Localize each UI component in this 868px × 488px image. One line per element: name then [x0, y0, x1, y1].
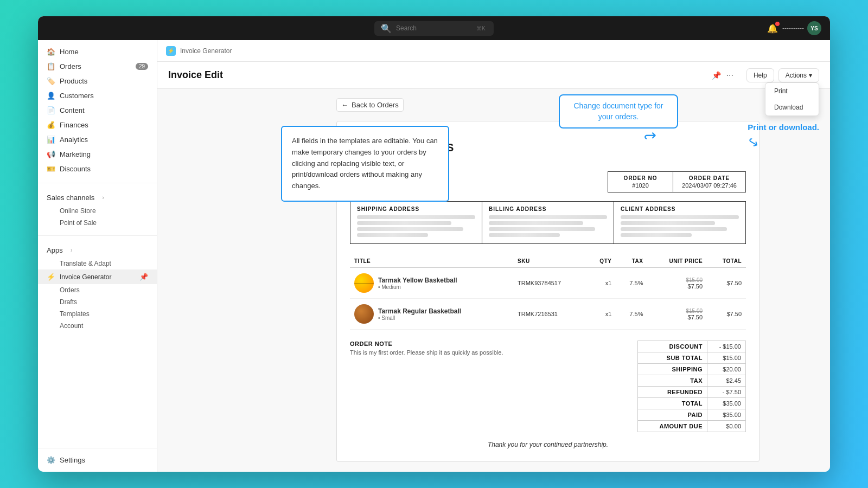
- item-2-variant: • Small: [378, 315, 461, 321]
- totals-paid-row: PAID $35.00: [637, 409, 746, 421]
- bottom-section: ORDER NOTE This is my first order. Pleas…: [350, 341, 746, 432]
- totals-table: DISCOUNT - $15.00 SUB TOTAL $15.00 SHIPP…: [637, 341, 746, 432]
- sidebar-item-invoice-generator[interactable]: ⚡ Invoice Generator 📌: [38, 269, 157, 284]
- totals-tax-row: TAX $2.45: [637, 375, 746, 387]
- templates-select[interactable]: Invoice: [629, 100, 662, 110]
- sidebar-item-settings[interactable]: ⚙️ Settings: [38, 453, 157, 467]
- sidebar-item-home[interactable]: 🏠 Home: [38, 44, 157, 59]
- search-bar[interactable]: 🔍 ⌘K: [374, 21, 494, 36]
- content-area: ⚡ Invoice Generator Invoice Edit 📌 ··· H…: [157, 40, 830, 472]
- dropdown-download[interactable]: Download: [765, 99, 819, 115]
- sidebar-label-products: Products: [60, 77, 87, 85]
- item-2-name: Tarmak Regular Basketball: [378, 307, 461, 315]
- col-unit-price: UNIT PRICE: [647, 255, 707, 268]
- invoice-generator-pin-icon[interactable]: 📌: [139, 273, 148, 281]
- order-date-box: ORDER DATE 2024/03/07 09:27:46: [673, 171, 746, 192]
- client-line-3: [621, 227, 727, 231]
- sidebar-item-online-store[interactable]: Online Store: [38, 205, 157, 217]
- invoice-toolbar: ← Back to Orders Templates: Invoice: [336, 98, 819, 112]
- totals-tax-value: $2.45: [707, 375, 745, 386]
- sidebar-item-discounts[interactable]: 🎫 Discounts: [38, 162, 157, 176]
- col-sku: SKU: [513, 255, 587, 268]
- actions-chevron-icon: ▾: [809, 72, 812, 79]
- breadcrumb: ⚡ Invoice Generator: [157, 40, 830, 62]
- breadcrumb-plugin-icon: ⚡: [166, 46, 176, 56]
- sidebar-footer: ⚙️ Settings: [38, 448, 157, 472]
- billing-address-label: BILLING ADDRESS: [489, 206, 607, 212]
- totals-total-label: TOTAL: [638, 398, 707, 409]
- sidebar-sales-channels-title[interactable]: Sales channels ›: [38, 190, 157, 205]
- finances-icon: 💰: [47, 121, 55, 129]
- totals-shipping-row: SHIPPING $20.00: [637, 364, 746, 375]
- header-icons: 📌 ···: [712, 70, 733, 80]
- sidebar-label-orders: Orders: [60, 62, 81, 70]
- sidebar-apps-title[interactable]: Apps ›: [38, 242, 157, 258]
- totals-tax-label: TAX: [638, 375, 707, 386]
- marketing-icon: 📢: [47, 150, 55, 158]
- actions-button-wrapper: Actions ▾ Print Download: [778, 68, 819, 82]
- apps-expand-icon: ›: [67, 246, 76, 254]
- sidebar-sub-account[interactable]: Account: [38, 320, 157, 332]
- search-input[interactable]: [396, 24, 472, 32]
- sidebar-item-content[interactable]: 📄 Content: [38, 103, 157, 118]
- totals-refunded-row: REFUNDED - $7.50: [637, 387, 746, 398]
- item-1-image: [354, 273, 374, 293]
- sidebar-label-settings: Settings: [60, 456, 85, 464]
- sidebar-item-products[interactable]: 🏷️ Products: [38, 74, 157, 88]
- page-title: Invoice Edit: [168, 69, 223, 81]
- sidebar-label-discounts: Discounts: [60, 165, 91, 173]
- col-qty: QTY: [587, 255, 616, 268]
- sidebar-main-section: 🏠 Home 📋 Orders 29 🏷️ Products 👤 Custome…: [38, 40, 157, 181]
- breadcrumb-plugin-name: Invoice Generator: [180, 47, 232, 55]
- templates-select-group[interactable]: Templates: Invoice: [585, 98, 667, 112]
- sidebar-item-finances[interactable]: 💰 Finances: [38, 118, 157, 132]
- actions-label: Actions: [786, 72, 807, 79]
- pin-icon: 📌: [712, 71, 721, 80]
- sales-channels-expand-icon: ›: [99, 193, 107, 202]
- notification-icon[interactable]: 🔔: [767, 23, 778, 34]
- sidebar-sub-drafts[interactable]: Drafts: [38, 296, 157, 308]
- sidebar-item-analytics[interactable]: 📊 Analytics: [38, 132, 157, 147]
- dropdown-print[interactable]: Print: [765, 83, 819, 99]
- order-note-title: ORDER NOTE: [350, 341, 627, 347]
- totals-amount-due-label: AMOUNT DUE: [638, 421, 707, 432]
- help-button[interactable]: Help: [746, 68, 774, 82]
- sidebar-sub-orders[interactable]: Orders: [38, 284, 157, 296]
- shipping-line-4: [357, 233, 428, 237]
- sidebar-label-invoice-generator: Invoice Generator: [60, 273, 111, 281]
- sidebar-item-point-of-sale[interactable]: Point of Sale: [38, 217, 157, 229]
- totals-total-row: TOTAL $35.00: [637, 398, 746, 409]
- sidebar-item-orders[interactable]: 📋 Orders 29: [38, 59, 157, 74]
- item-1-title: Tarmak Yellow Basketball • Medium: [350, 268, 513, 299]
- back-to-orders-button[interactable]: ← Back to Orders: [336, 98, 404, 112]
- item-1-total: $7.50: [707, 268, 746, 299]
- notification-dot: [775, 22, 780, 26]
- item-1-unit-price: $15.00 $7.50: [647, 268, 707, 299]
- sidebar-apps-section: Apps › Translate & Adapt ⚡ Invoice Gener…: [38, 238, 157, 336]
- sidebar-item-translate-adapt[interactable]: Translate & Adapt: [38, 258, 157, 269]
- shipping-line-3: [357, 227, 463, 231]
- billing-line-2: [489, 221, 583, 225]
- sidebar-item-customers[interactable]: 👤 Customers: [38, 88, 157, 103]
- sidebar-sub-templates[interactable]: Templates: [38, 308, 157, 320]
- order-date-value: 2024/03/07 09:27:46: [682, 182, 737, 189]
- col-tax: TAX: [616, 255, 647, 268]
- actions-dropdown: Print Download: [765, 82, 819, 116]
- sidebar: 🏠 Home 📋 Orders 29 🏷️ Products 👤 Custome…: [38, 40, 157, 472]
- billing-line-4: [489, 233, 560, 237]
- actions-button[interactable]: Actions ▾: [778, 68, 819, 82]
- more-icon[interactable]: ···: [726, 70, 733, 80]
- table-row: Tarmak Regular Basketball • Small TRMK72…: [350, 299, 746, 330]
- customers-icon: 👤: [47, 92, 55, 100]
- client-address-label: CLIENT ADDRESS: [621, 206, 739, 212]
- billing-line-3: [489, 227, 595, 231]
- item-2-qty: x1: [587, 299, 616, 330]
- sidebar-item-marketing[interactable]: 📢 Marketing: [38, 147, 157, 162]
- totals-amount-due-value: $0.00: [707, 421, 745, 432]
- analytics-icon: 📊: [47, 136, 55, 144]
- discounts-icon: 🎫: [47, 165, 55, 173]
- sidebar-sales-channels-section: Sales channels › Online Store Point of S…: [38, 185, 157, 233]
- item-2-tax: 7.5%: [616, 299, 647, 330]
- invoice-meta: ORDER NO #1020 ORDER DATE 2024/03/07 09:…: [608, 171, 746, 192]
- totals-shipping-label: SHIPPING: [638, 364, 707, 375]
